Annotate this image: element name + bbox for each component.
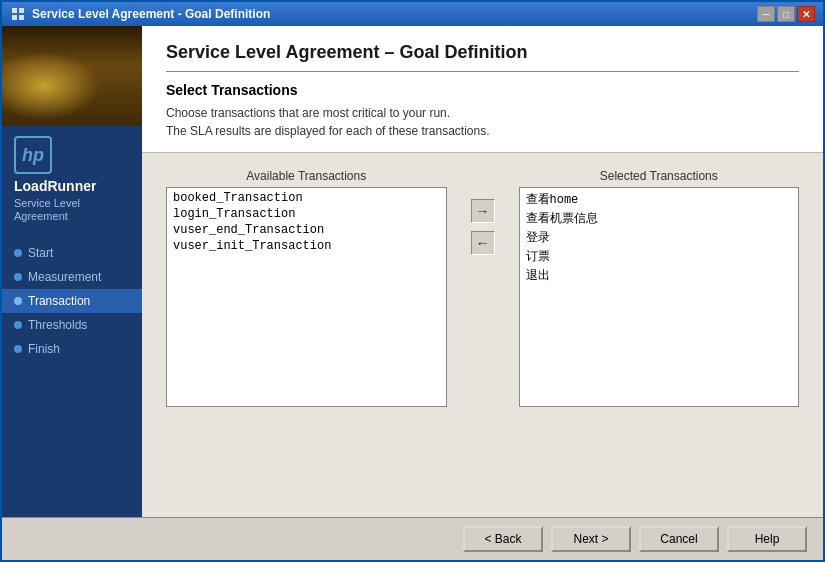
hp-logo: hp <box>14 136 52 174</box>
selected-list[interactable]: 查看home查看机票信息登录订票退出 <box>519 187 800 407</box>
sidebar: hp LoadRunner Service Level Agreement St… <box>2 26 142 517</box>
sidebar-nav-item-measurement[interactable]: Measurement <box>2 265 142 289</box>
bottom-bar: < Back Next > Cancel Help <box>2 517 823 560</box>
sidebar-nav-item-finish[interactable]: Finish <box>2 337 142 361</box>
title-bar-left: Service Level Agreement - Goal Definitio… <box>10 6 270 22</box>
nav-dot <box>14 297 22 305</box>
selected-panel-label: Selected Transactions <box>519 169 800 183</box>
content-area: hp LoadRunner Service Level Agreement St… <box>2 26 823 517</box>
svg-rect-1 <box>19 8 24 13</box>
move-right-button[interactable]: → <box>471 199 495 223</box>
list-item[interactable]: 退出 <box>522 266 797 285</box>
desc-line2: The SLA results are displayed for each o… <box>166 122 799 140</box>
nav-item-label: Thresholds <box>28 318 87 332</box>
nav-dot <box>14 273 22 281</box>
app-title: LoadRunner <box>14 178 96 195</box>
hp-logo-area: hp LoadRunner Service Level Agreement <box>2 126 142 229</box>
list-item[interactable]: 查看机票信息 <box>522 209 797 228</box>
help-button[interactable]: Help <box>727 526 807 552</box>
minimize-button[interactable]: ─ <box>757 6 775 22</box>
header-section: Service Level Agreement – Goal Definitio… <box>142 26 823 153</box>
nav-dot <box>14 249 22 257</box>
next-button[interactable]: Next > <box>551 526 631 552</box>
svg-rect-2 <box>12 15 17 20</box>
app-subtitle-line2: Agreement <box>14 210 68 223</box>
title-bar: Service Level Agreement - Goal Definitio… <box>2 2 823 26</box>
nav-item-label: Start <box>28 246 53 260</box>
nav-dot <box>14 345 22 353</box>
sidebar-nav-item-transaction[interactable]: Transaction <box>2 289 142 313</box>
move-left-button[interactable]: ← <box>471 231 495 255</box>
list-item[interactable]: vuser_init_Transaction <box>169 238 444 254</box>
section-title: Select Transactions <box>166 82 799 98</box>
nav-item-label: Transaction <box>28 294 90 308</box>
window-icon <box>10 6 26 22</box>
title-bar-buttons: ─ □ ✕ <box>757 6 815 22</box>
list-item[interactable]: 登录 <box>522 228 797 247</box>
list-item[interactable]: 订票 <box>522 247 797 266</box>
available-panel: Available Transactions booked_Transactio… <box>166 169 447 407</box>
nav-item-label: Measurement <box>28 270 101 284</box>
nav-dot <box>14 321 22 329</box>
hp-text: hp <box>22 145 44 166</box>
transactions-area: Available Transactions booked_Transactio… <box>142 153 823 517</box>
main-window: Service Level Agreement - Goal Definitio… <box>0 0 825 562</box>
sidebar-nav-item-thresholds[interactable]: Thresholds <box>2 313 142 337</box>
sidebar-nav-item-start[interactable]: Start <box>2 241 142 265</box>
main-content: Service Level Agreement – Goal Definitio… <box>142 26 823 517</box>
list-item[interactable]: vuser_end_Transaction <box>169 222 444 238</box>
cancel-button[interactable]: Cancel <box>639 526 719 552</box>
back-button[interactable]: < Back <box>463 526 543 552</box>
sidebar-image <box>2 26 142 126</box>
selected-panel: Selected Transactions 查看home查看机票信息登录订票退出 <box>519 169 800 407</box>
svg-rect-0 <box>12 8 17 13</box>
available-panel-label: Available Transactions <box>166 169 447 183</box>
close-button[interactable]: ✕ <box>797 6 815 22</box>
available-list[interactable]: booked_Transactionlogin_Transactionvuser… <box>166 187 447 407</box>
header-title: Service Level Agreement – Goal Definitio… <box>166 42 799 72</box>
window-title: Service Level Agreement - Goal Definitio… <box>32 7 270 21</box>
svg-rect-3 <box>19 15 24 20</box>
list-item[interactable]: login_Transaction <box>169 206 444 222</box>
sidebar-nav: StartMeasurementTransactionThresholdsFin… <box>2 241 142 361</box>
app-subtitle-line1: Service Level <box>14 197 80 210</box>
list-item[interactable]: booked_Transaction <box>169 190 444 206</box>
sidebar-image-inner <box>2 26 142 126</box>
list-item[interactable]: 查看home <box>522 190 797 209</box>
desc-line1: Choose transactions that are most critic… <box>166 104 799 122</box>
arrows-panel: → ← <box>463 169 503 255</box>
maximize-button[interactable]: □ <box>777 6 795 22</box>
nav-item-label: Finish <box>28 342 60 356</box>
